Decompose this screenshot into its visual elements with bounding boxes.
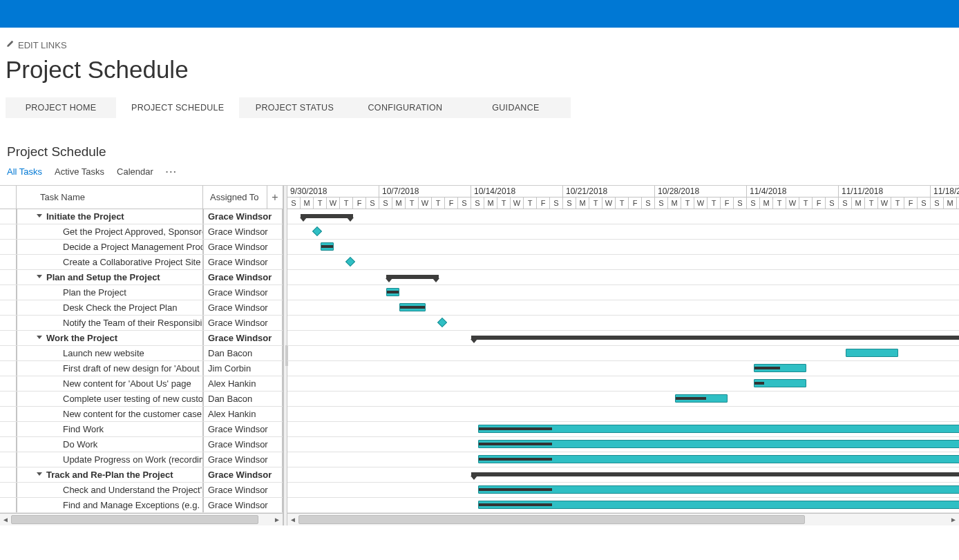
table-row[interactable]: Check and Understand the Project's Progr… — [0, 483, 283, 498]
summary-bar[interactable] — [301, 214, 353, 218]
collapse-icon[interactable] — [37, 275, 42, 278]
table-row[interactable]: Find WorkGrace Windsor — [0, 422, 283, 437]
task-bar[interactable] — [675, 394, 728, 403]
gantt-row[interactable] — [287, 361, 959, 376]
task-name-cell[interactable]: Check and Understand the Project's Progr… — [17, 483, 203, 497]
nav-tab-project-schedule[interactable]: PROJECT SCHEDULE — [116, 97, 239, 118]
table-row[interactable]: Notify the Team of their Responsibilitie… — [0, 316, 283, 331]
assigned-to-cell[interactable]: Grace Windsor — [203, 255, 283, 269]
assigned-to-cell[interactable]: Grace Windsor — [203, 209, 283, 224]
table-row[interactable]: Get the Project Approved, Sponsored and … — [0, 224, 283, 240]
collapse-icon[interactable] — [37, 472, 42, 476]
assigned-to-cell[interactable]: Grace Windsor — [203, 452, 283, 467]
table-row[interactable]: Desk Check the Project PlanGrace Windsor — [0, 300, 283, 316]
gantt-row[interactable] — [287, 270, 959, 285]
task-name-cell[interactable]: Find and Manage Exceptions (e.g. issues,… — [17, 498, 203, 512]
scroll-thumb[interactable] — [298, 515, 805, 524]
column-header-taskname[interactable]: Task Name — [17, 186, 203, 209]
task-bar[interactable] — [478, 455, 960, 463]
task-bar[interactable] — [478, 425, 960, 433]
table-row[interactable]: Do WorkGrace Windsor — [0, 437, 283, 452]
summary-bar[interactable] — [471, 336, 959, 340]
table-row[interactable]: Track and Re-Plan the ProjectGrace Winds… — [0, 467, 283, 483]
nav-tab-project-status[interactable]: PROJECT STATUS — [239, 97, 350, 118]
assigned-to-cell[interactable]: Grace Windsor — [203, 270, 283, 284]
task-bar[interactable] — [386, 288, 399, 296]
assigned-to-cell[interactable]: Grace Windsor — [203, 498, 283, 512]
task-name-cell[interactable]: Update Progress on Work (recording actua… — [17, 452, 203, 467]
table-row[interactable]: Launch new websiteDan Bacon — [0, 346, 283, 361]
chart-horizontal-scrollbar[interactable]: ◄ ► — [287, 513, 959, 525]
gantt-row[interactable] — [287, 452, 959, 467]
summary-bar[interactable] — [471, 472, 959, 476]
table-row[interactable]: New content for 'About Us' pageAlex Hank… — [0, 376, 283, 392]
task-name-cell[interactable]: Plan and Setup the Project — [17, 270, 203, 284]
task-name-cell[interactable]: Do Work — [17, 437, 203, 452]
collapse-icon[interactable] — [37, 336, 42, 339]
assigned-to-cell[interactable]: Grace Windsor — [203, 224, 283, 239]
task-bar[interactable] — [478, 485, 960, 494]
table-row[interactable]: Plan and Setup the ProjectGrace Windsor — [0, 270, 283, 285]
assigned-to-cell[interactable]: Grace Windsor — [203, 483, 283, 497]
task-bar[interactable] — [846, 349, 898, 357]
table-row[interactable]: Complete user testing of new customer po… — [0, 392, 283, 407]
scroll-right-icon[interactable]: ► — [948, 514, 959, 525]
gantt-row[interactable] — [287, 407, 959, 422]
gantt-row[interactable] — [287, 467, 959, 483]
assigned-to-cell[interactable]: Alex Hankin — [203, 407, 283, 421]
task-name-cell[interactable]: First draft of new design for 'About Us'… — [17, 361, 203, 376]
table-row[interactable]: Find and Manage Exceptions (e.g. issues,… — [0, 498, 283, 513]
gantt-row[interactable] — [287, 316, 959, 331]
task-name-cell[interactable]: Notify the Team of their Responsibilitie… — [17, 316, 203, 330]
task-name-cell[interactable]: Complete user testing of new customer po… — [17, 392, 203, 406]
view-tab-active-tasks[interactable]: Active Tasks — [55, 166, 104, 177]
gantt-row[interactable] — [287, 483, 959, 498]
task-name-cell[interactable]: Work the Project — [17, 331, 203, 345]
table-row[interactable]: Update Progress on Work (recording actua… — [0, 452, 283, 467]
task-name-cell[interactable]: Get the Project Approved, Sponsored and … — [17, 224, 203, 239]
table-row[interactable]: Initiate the ProjectGrace Windsor — [0, 209, 283, 224]
assigned-to-cell[interactable]: Grace Windsor — [203, 467, 283, 482]
gantt-row[interactable] — [287, 346, 959, 361]
task-bar[interactable] — [478, 501, 960, 509]
gantt-row[interactable] — [287, 224, 959, 240]
column-header-assigned[interactable]: Assigned To — [203, 186, 267, 209]
task-name-cell[interactable]: Track and Re-Plan the Project — [17, 467, 203, 482]
gantt-row[interactable] — [287, 285, 959, 300]
gantt-row[interactable] — [287, 331, 959, 346]
assigned-to-cell[interactable]: Grace Windsor — [203, 316, 283, 330]
task-name-cell[interactable]: Plan the Project — [17, 285, 203, 300]
collapse-icon[interactable] — [37, 214, 42, 218]
gantt-row[interactable] — [287, 422, 959, 437]
table-row[interactable]: Work the ProjectGrace Windsor — [0, 331, 283, 346]
task-name-cell[interactable]: Decide a Project Management Process — [17, 240, 203, 254]
gantt-row[interactable] — [287, 392, 959, 407]
nav-tab-project-home[interactable]: PROJECT HOME — [6, 97, 116, 118]
task-name-cell[interactable]: Initiate the Project — [17, 209, 203, 224]
assigned-to-cell[interactable]: Grace Windsor — [203, 240, 283, 254]
summary-bar[interactable] — [386, 275, 439, 279]
task-bar[interactable] — [478, 440, 960, 448]
edit-links-button[interactable]: EDIT LINKS — [6, 40, 953, 50]
add-column-button[interactable]: + — [267, 186, 283, 209]
assigned-to-cell[interactable]: Grace Windsor — [203, 300, 283, 315]
milestone-marker[interactable] — [345, 257, 354, 267]
task-bar[interactable] — [399, 303, 426, 311]
gantt-row[interactable] — [287, 209, 959, 224]
gantt-row[interactable] — [287, 498, 959, 513]
nav-tab-guidance[interactable]: GUIDANCE — [460, 97, 571, 118]
task-bar[interactable] — [321, 242, 334, 251]
gantt-row[interactable] — [287, 255, 959, 270]
scroll-right-icon[interactable]: ► — [272, 514, 283, 525]
table-row[interactable]: First draft of new design for 'About Us'… — [0, 361, 283, 376]
gantt-row[interactable] — [287, 376, 959, 392]
grid-horizontal-scrollbar[interactable]: ◄ ► — [0, 513, 283, 525]
view-tab-all-tasks[interactable]: All Tasks — [7, 166, 42, 177]
table-row[interactable]: New content for the customer case studie… — [0, 407, 283, 422]
assigned-to-cell[interactable]: Grace Windsor — [203, 437, 283, 452]
nav-tab-configuration[interactable]: CONFIGURATION — [350, 97, 460, 118]
table-row[interactable]: Plan the ProjectGrace Windsor — [0, 285, 283, 300]
task-name-cell[interactable]: New content for 'About Us' page — [17, 376, 203, 391]
view-tab-calendar[interactable]: Calendar — [117, 166, 153, 177]
scroll-left-icon[interactable]: ◄ — [0, 514, 11, 525]
